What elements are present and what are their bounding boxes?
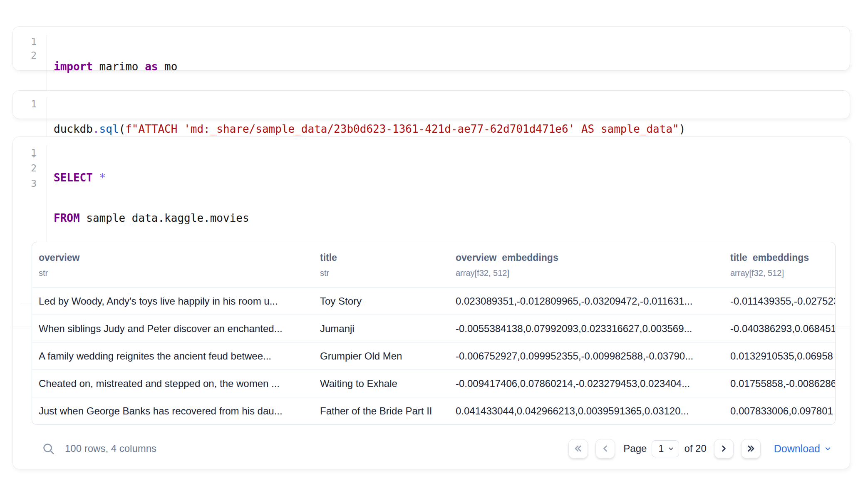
double-chevron-right-icon <box>746 444 756 454</box>
page-select-value: 1 <box>658 443 664 454</box>
cell-title: Jumanji <box>313 323 449 335</box>
line-number: 1 <box>13 97 37 111</box>
table-row: Led by Woody, Andy's toys live happily i… <box>32 287 835 315</box>
prev-page-button[interactable] <box>595 439 615 459</box>
chevron-down-icon <box>667 445 675 452</box>
result-table: overview str title str overview_embeddin… <box>32 242 836 425</box>
keyword-token: FROM <box>54 212 80 224</box>
code-token: sample_data.kaggle.movies <box>80 212 249 224</box>
line-number: 1 <box>13 35 37 49</box>
code-token: duckdb <box>54 123 93 135</box>
keyword-token: SELECT <box>54 171 93 184</box>
line-number: 2 <box>13 49 37 62</box>
line-number: 1 <box>13 145 37 161</box>
last-page-button[interactable] <box>741 439 761 459</box>
code-token: ( <box>119 123 126 135</box>
code-line: duckdb.sql(f"ATTACH 'md:_share/sample_da… <box>54 122 685 136</box>
chevron-down-icon <box>824 445 832 453</box>
chevron-right-icon <box>719 444 729 454</box>
cell-title-embeddings: 0.0132910535,0.06958 <box>724 350 835 362</box>
line-number: 3 <box>13 176 37 191</box>
cell-overview-embeddings: 0.041433044,0.042966213,0.0039591365,0.0… <box>449 405 724 417</box>
cell-title: Grumpier Old Men <box>313 350 449 362</box>
function-token: sql <box>99 123 119 135</box>
download-label: Download <box>774 443 820 455</box>
cell-title: Toy Story <box>313 295 449 307</box>
keyword-token: as <box>145 60 158 73</box>
table-row: A family wedding reignites the ancient f… <box>32 342 835 370</box>
cell-overview: When siblings Judy and Peter discover an… <box>32 323 313 335</box>
cell-title-embeddings: -0.040386293,0.068451 <box>724 323 835 335</box>
cell-overview-embeddings: -0.006752927,0.099952355,-0.009982588,-0… <box>449 350 724 362</box>
keyword-token: import <box>54 60 93 73</box>
column-header-title-embeddings[interactable]: title_embeddings array[f32, 512] <box>724 252 835 278</box>
code-cell-imports[interactable]: 1 2 import marimo as mo import duckdb <box>12 26 850 71</box>
code-cell-attach[interactable]: 1 duckdb.sql(f"ATTACH 'md:_share/sample_… <box>12 90 850 119</box>
table-footer: 100 rows, 4 columns Page 1 of 20 Downlo <box>32 428 832 469</box>
row-count-summary: 100 rows, 4 columns <box>65 443 156 454</box>
cell-title-embeddings: -0.011439355,-0.027523 <box>724 295 835 307</box>
double-chevron-left-icon <box>573 444 583 454</box>
cell-title: Father of the Bride Part II <box>313 405 449 417</box>
first-page-button[interactable] <box>568 439 588 459</box>
table-row: When siblings Judy and Peter discover an… <box>32 315 835 342</box>
code-token: mo <box>158 60 177 73</box>
operator-token: . <box>93 123 99 135</box>
chevron-left-icon <box>600 444 610 454</box>
page-label: Page <box>623 443 647 454</box>
column-header-title[interactable]: title str <box>313 252 449 278</box>
download-button[interactable]: Download <box>774 443 832 455</box>
table-row: Cheated on, mistreated and stepped on, t… <box>32 370 835 397</box>
line-number: 2 <box>13 161 37 176</box>
cell-overview-embeddings: -0.009417406,0.07860214,-0.023279453,0.0… <box>449 378 724 389</box>
cell-overview: A family wedding reignites the ancient f… <box>32 350 313 362</box>
cell-overview-embeddings: -0.0055384138,0.07992093,0.023316627,0.0… <box>449 323 724 335</box>
column-header-overview-embeddings[interactable]: overview_embeddings array[f32, 512] <box>449 252 724 278</box>
page-select[interactable]: 1 <box>652 440 679 457</box>
cell-overview: Cheated on, mistreated and stepped on, t… <box>32 378 313 389</box>
cell-overview-embeddings: 0.023089351,-0.012809965,-0.03209472,-0.… <box>449 295 724 307</box>
cell-overview: Led by Woody, Andy's toys live happily i… <box>32 295 313 307</box>
code-line: import marimo as mo <box>54 60 177 74</box>
table-row: Just when George Banks has recovered fro… <box>32 397 835 424</box>
table-header-row: overview str title str overview_embeddin… <box>32 242 835 287</box>
cell-title: Waiting to Exhale <box>313 378 449 389</box>
code-line: SELECT * <box>54 170 249 186</box>
cell-title-embeddings: 0.007833006,0.097801 <box>724 405 835 417</box>
code-token: ) <box>679 123 686 135</box>
wildcard-token: * <box>99 171 106 184</box>
next-page-button[interactable] <box>714 439 734 459</box>
code-token: marimo <box>93 60 145 73</box>
search-icon[interactable] <box>42 442 55 455</box>
string-token: f"ATTACH 'md:_share/sample_data/23b0d623… <box>125 123 679 135</box>
code-line: FROM sample_data.kaggle.movies <box>54 211 249 226</box>
column-header-overview[interactable]: overview str <box>32 252 313 278</box>
sql-cell[interactable]: 1 2 3 SELECT * FROM sample_data.kaggle.m… <box>12 136 850 469</box>
page-total-label: of 20 <box>684 443 706 454</box>
cell-overview: Just when George Banks has recovered fro… <box>32 405 313 417</box>
pagination: Page 1 of 20 Download <box>568 439 832 459</box>
cell-title-embeddings: 0.01755858,-0.0086286 <box>724 378 835 389</box>
code-token <box>93 171 99 184</box>
